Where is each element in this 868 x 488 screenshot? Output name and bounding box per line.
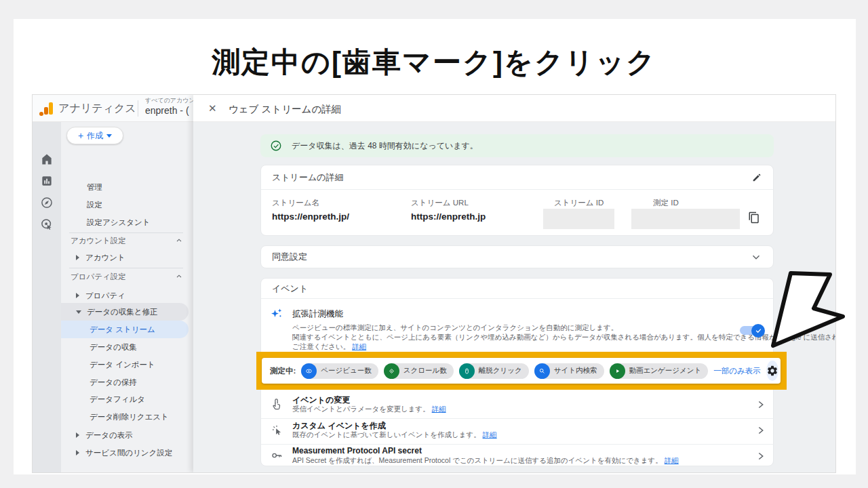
section-property-settings[interactable]: プロパティ設定 — [71, 268, 183, 285]
panel-title: ウェブ ストリームの詳細 — [229, 103, 341, 116]
modify-events-desc: 受信イベントとパラメータを変更します。 詳細 — [292, 405, 446, 414]
mouse-icon — [462, 367, 471, 375]
sidebar-item-account[interactable]: アカウント — [76, 249, 125, 266]
chevron-up-icon — [175, 272, 183, 281]
sidebar-item-property[interactable]: プロパティ — [76, 287, 125, 304]
measurement-protocol-title: Measurement Protocol API secret — [292, 446, 422, 455]
banner-text: データ収集は、過去 48 時間有効になっています。 — [292, 140, 478, 152]
panel-header: ✕ ウェブ ストリームの詳細 — [193, 95, 835, 122]
home-icon[interactable] — [40, 152, 54, 166]
check-circle-icon — [270, 140, 282, 152]
sidebar-item-admin[interactable]: 管理 — [87, 179, 102, 195]
analytics-logo-icon — [39, 101, 54, 116]
gear-button[interactable] — [766, 361, 778, 381]
section-account-settings[interactable]: アカウント設定 — [71, 232, 183, 249]
topbar-divider — [138, 100, 138, 117]
tutorial-highlight-box: 測定中: ページビュー数 スクロール数 離脱クリック — [256, 352, 787, 390]
tree-expanded-icon — [76, 310, 81, 314]
sidebar-item-data-deletion-requests[interactable]: データ削除リクエスト — [90, 409, 169, 425]
sidebar-item-data-retention[interactable]: データの保持 — [90, 374, 137, 390]
redacted-stream-id — [543, 209, 614, 229]
chip-video-engagement: 動画エンゲージメント — [610, 363, 709, 379]
sidebar-item-data-filters[interactable]: データフィルタ — [90, 391, 145, 407]
chevron-down-icon[interactable] — [750, 251, 762, 263]
redacted-measurement-id — [631, 209, 740, 229]
chevron-right-icon[interactable] — [755, 424, 767, 436]
chevron-right-icon[interactable] — [755, 399, 767, 411]
create-custom-events-desc: 既存のイベントに基づいて新しいイベントを作成します。 詳細 — [292, 430, 497, 440]
consent-settings-title: 同意設定 — [272, 251, 307, 263]
row-divider — [261, 444, 774, 445]
copy-icon[interactable] — [748, 211, 760, 224]
panel-body: データ収集は、過去 48 時間有効になっています。 ストリームの詳細 ストリーム… — [193, 122, 835, 472]
stream-details-body: ストリーム名 https://enpreth.jp/ ストリーム URL htt… — [261, 190, 773, 236]
tree-collapsed-icon — [76, 450, 79, 455]
arrow-annotation — [765, 267, 850, 354]
measuring-label: 測定中: — [270, 366, 296, 376]
measurement-protocol-desc: API Secret を作成すれば、Measurement Protocol で… — [292, 456, 679, 466]
modify-events-row[interactable]: イベントの変更 受信イベントとパラメータを変更します。 詳細 — [261, 394, 774, 418]
field-label-stream-name: ストリーム名 — [272, 198, 319, 208]
detail-link[interactable]: 詳細 — [665, 456, 679, 464]
field-value-stream-url: https://enpreth.jp — [411, 211, 486, 222]
product-name: アナリティクス — [58, 102, 136, 116]
ga-screenshot: アナリティクス すべてのアカウント enpreth - ( + 作成 管理 設定… — [33, 95, 835, 472]
plus-icon: + — [78, 131, 83, 140]
enhanced-measurement-desc-line1: ページビューの標準測定に加え、サイトのコンテンツとのインタラクションを自動的に測… — [292, 323, 618, 333]
chip-site-search: サイト内検索 — [534, 363, 604, 379]
sidebar-item-data-collection[interactable]: データの収集 — [90, 339, 137, 355]
sidebar-item-setup-assistant[interactable]: 設定アシスタント — [87, 214, 151, 230]
search-icon — [538, 367, 547, 375]
scroll-icon — [387, 367, 396, 375]
chevron-right-icon[interactable] — [755, 450, 767, 462]
sidebar-item-data-display[interactable]: データの表示 — [76, 427, 133, 443]
toggle-check-icon — [755, 327, 762, 334]
sidebar-item-settings[interactable]: 設定 — [87, 197, 102, 213]
chip-scrolls: スクロール数 — [384, 363, 454, 379]
sidebar-item-data-import[interactable]: データ インポート — [90, 357, 155, 373]
detail-link[interactable]: 詳細 — [483, 430, 497, 439]
chevron-up-icon — [175, 237, 183, 245]
enhanced-measurement-toggle[interactable] — [740, 326, 763, 335]
partially-shown-link[interactable]: 一部のみ表示 — [713, 366, 761, 376]
touch-icon — [270, 397, 283, 411]
explore-icon[interactable] — [40, 196, 54, 209]
reports-icon[interactable] — [40, 174, 54, 188]
eye-icon — [304, 367, 313, 375]
measuring-row: 測定中: ページビュー数 スクロール数 離脱クリック — [262, 358, 781, 384]
chip-outbound-clicks: 離脱クリック — [459, 363, 529, 379]
play-icon — [613, 367, 622, 375]
create-button-label: 作成 — [87, 130, 103, 142]
enhanced-measurement-desc-line3: ご注意ください。 詳細 — [292, 342, 366, 352]
advertising-icon[interactable] — [40, 218, 54, 231]
sidebar-item-data-collection-modification[interactable]: データの収集と修正 — [61, 303, 189, 321]
row-divider — [261, 418, 774, 419]
sidebar-item-data-streams-selected[interactable]: データ ストリーム — [61, 321, 189, 338]
key-icon — [270, 449, 283, 462]
tree-collapsed-icon — [76, 255, 79, 260]
field-label-stream-id: ストリーム ID — [554, 198, 604, 208]
stream-details-card: ストリームの詳細 ストリーム名 https://enpreth.jp/ ストリー… — [260, 165, 774, 236]
close-icon[interactable]: ✕ — [208, 102, 217, 115]
tree-collapsed-icon — [76, 432, 79, 438]
caret-down-icon — [106, 134, 112, 138]
create-button[interactable]: + 作成 — [66, 127, 123, 144]
sidebar-item-product-links[interactable]: サービス間のリンク設定 — [76, 445, 172, 461]
create-custom-events-row[interactable]: カスタム イベントを作成 既存のイベントに基づいて新しいイベントを作成します。 … — [261, 420, 774, 443]
data-collection-banner: データ収集は、過去 48 時間有効になっています。 — [260, 134, 774, 157]
sparkle-icon — [270, 307, 283, 321]
left-rail — [33, 122, 61, 472]
gear-icon — [766, 365, 778, 377]
events-header: イベント — [261, 279, 773, 299]
consent-settings-card[interactable]: 同意設定 — [260, 245, 774, 268]
detail-link[interactable]: 詳細 — [432, 405, 446, 413]
field-label-stream-url: ストリーム URL — [411, 198, 469, 208]
edit-pencil-icon[interactable] — [751, 172, 762, 183]
enhanced-measurement-title: 拡張計測機能 — [292, 308, 343, 320]
stream-details-header: ストリームの詳細 — [261, 165, 773, 190]
slide-title: 測定中の[歯車マーク]をクリック — [0, 43, 868, 81]
detail-link[interactable]: 詳細 — [352, 342, 366, 350]
tree-collapsed-icon — [76, 293, 79, 298]
chip-page-views: ページビュー数 — [301, 363, 378, 379]
measurement-protocol-row[interactable]: Measurement Protocol API secret API Secr… — [261, 445, 774, 469]
